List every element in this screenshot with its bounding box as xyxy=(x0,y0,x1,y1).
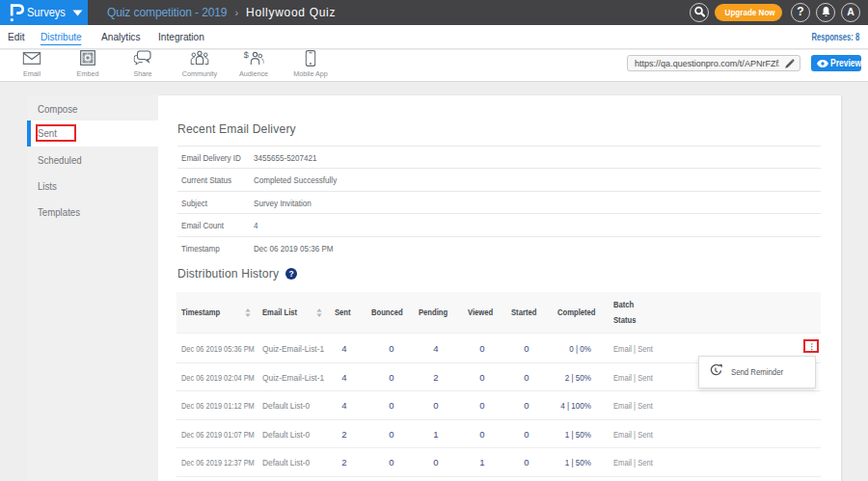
svg-text:?: ? xyxy=(289,269,294,279)
svg-text:$: $ xyxy=(244,50,250,60)
